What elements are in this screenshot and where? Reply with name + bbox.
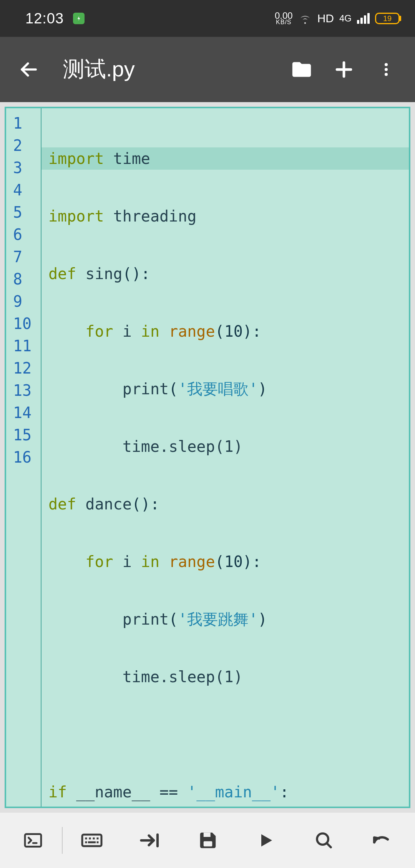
- status-time: 12:03: [25, 10, 64, 27]
- svg-rect-19: [204, 841, 212, 847]
- network-gen: 4G: [339, 13, 352, 24]
- code-line[interactable]: [48, 723, 409, 746]
- add-button[interactable]: [323, 48, 365, 91]
- line-number: 7: [6, 246, 41, 268]
- terminal-button[interactable]: [4, 813, 62, 868]
- back-button[interactable]: [8, 48, 50, 91]
- line-number: 8: [6, 268, 41, 290]
- plus-icon: [334, 59, 354, 80]
- code-line[interactable]: for i in range(10):: [48, 320, 409, 342]
- line-number: 12: [6, 357, 41, 379]
- line-gutter: 1 2 3 4 5 6 7 8 9 10 11 12 13 14 15 16: [6, 108, 42, 807]
- save-button[interactable]: [179, 813, 237, 868]
- status-left: 12:03: [25, 10, 85, 27]
- svg-rect-18: [204, 833, 211, 837]
- battery-indicator: 19: [375, 13, 400, 24]
- svg-rect-10: [89, 838, 91, 840]
- tab-icon: [138, 829, 161, 852]
- search-icon: [314, 830, 334, 851]
- folder-icon: [290, 58, 313, 81]
- netspeed-unit: KB/S: [275, 20, 293, 25]
- svg-rect-12: [96, 838, 98, 840]
- netspeed-value: 0.00: [275, 12, 293, 20]
- code-line[interactable]: import threading: [48, 205, 409, 227]
- code-line[interactable]: for i in range(10):: [48, 551, 409, 573]
- svg-point-4: [385, 68, 388, 71]
- line-number: 13: [6, 379, 41, 402]
- code-line[interactable]: def dance():: [48, 493, 409, 515]
- line-number: 9: [6, 290, 41, 312]
- svg-rect-15: [88, 842, 96, 843]
- search-button[interactable]: [295, 813, 353, 868]
- line-number: 3: [6, 157, 41, 179]
- svg-rect-14: [96, 842, 98, 843]
- editor-container: 1 2 3 4 5 6 7 8 9 10 11 12 13 14 15 16 i…: [0, 102, 415, 813]
- code-line[interactable]: time.sleep(1): [48, 666, 409, 688]
- status-bar: 12:03 0.00 KB/S HD 4G 19: [0, 0, 415, 37]
- back-icon: [18, 59, 39, 80]
- code-line[interactable]: def sing():: [48, 263, 409, 285]
- app-bar: 测试.py: [0, 37, 415, 102]
- bottom-toolbar: [0, 813, 415, 868]
- line-number: 5: [6, 201, 41, 223]
- code-line[interactable]: import time: [42, 147, 409, 170]
- status-right: 0.00 KB/S HD 4G 19: [275, 12, 400, 25]
- line-number: 2: [6, 134, 41, 157]
- code-editor[interactable]: 1 2 3 4 5 6 7 8 9 10 11 12 13 14 15 16 i…: [5, 107, 410, 808]
- hd-indicator: HD: [317, 12, 334, 25]
- netspeed-indicator: 0.00 KB/S: [275, 12, 293, 25]
- line-number: 10: [6, 312, 41, 335]
- line-number: 15: [6, 424, 41, 446]
- line-number: 1: [6, 112, 41, 134]
- svg-rect-6: [25, 834, 41, 847]
- more-vert-icon: [378, 61, 395, 78]
- line-number: 14: [6, 402, 41, 424]
- code-line[interactable]: print('我要唱歌'): [48, 378, 409, 400]
- svg-rect-8: [82, 835, 101, 846]
- battery-level: 19: [383, 14, 392, 23]
- run-button[interactable]: [237, 813, 295, 868]
- code-line[interactable]: time.sleep(1): [48, 435, 409, 458]
- keyboard-icon: [80, 829, 103, 852]
- svg-rect-9: [85, 838, 87, 840]
- charging-icon: [73, 13, 85, 24]
- code-line[interactable]: print('我要跳舞'): [48, 608, 409, 630]
- save-icon: [198, 830, 218, 851]
- undo-icon: [370, 829, 393, 852]
- signal-icon: [357, 13, 370, 24]
- svg-rect-11: [93, 838, 95, 840]
- screen: 12:03 0.00 KB/S HD 4G 19: [0, 0, 415, 868]
- play-icon: [257, 831, 275, 850]
- line-number: 6: [6, 223, 41, 246]
- line-number: 11: [6, 335, 41, 357]
- line-number: 4: [6, 179, 41, 201]
- file-title: 测试.py: [63, 55, 281, 84]
- svg-point-3: [385, 63, 388, 66]
- tab-button[interactable]: [121, 813, 179, 868]
- line-number: 16: [6, 446, 41, 468]
- keyboard-button[interactable]: [63, 813, 121, 868]
- terminal-icon: [22, 830, 44, 851]
- code-line[interactable]: if __name__ == '__main__':: [48, 781, 409, 803]
- undo-button[interactable]: [353, 813, 411, 868]
- wifi-icon: [298, 12, 312, 25]
- folder-button[interactable]: [281, 48, 323, 91]
- svg-line-22: [327, 843, 331, 847]
- svg-point-5: [385, 73, 388, 76]
- svg-rect-13: [85, 842, 87, 843]
- svg-marker-20: [261, 834, 272, 847]
- more-button[interactable]: [365, 48, 407, 91]
- code-area[interactable]: import time import threading def sing():…: [42, 108, 409, 807]
